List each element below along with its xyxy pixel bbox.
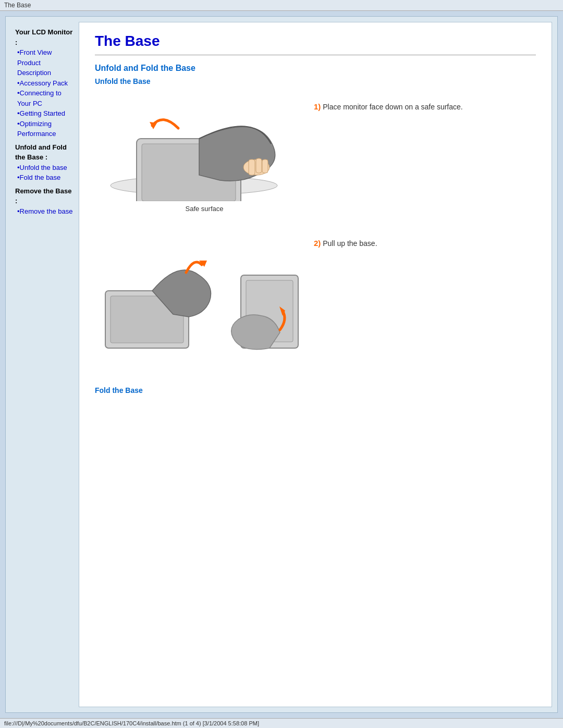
- step2-image-area: [95, 228, 314, 365]
- sidebar-link-connecting[interactable]: •Connecting to Your PC: [15, 88, 75, 108]
- page-title: The Base: [95, 33, 536, 50]
- svg-rect-7: [262, 159, 268, 173]
- sidebar-link-fold-base[interactable]: •Fold the base: [15, 172, 75, 183]
- sidebar-link-accessory[interactable]: •Accessory Pack: [15, 78, 75, 89]
- step2-text: 2) Pull up the base.: [314, 228, 536, 248]
- step1-block: Safe surface 1) Place monitor face down …: [95, 92, 536, 213]
- step2-description: Pull up the base.: [323, 239, 377, 248]
- sidebar-link-optimizing[interactable]: •Optimizing Performance: [15, 119, 75, 139]
- step1-number: 1): [314, 102, 321, 111]
- svg-rect-5: [249, 159, 255, 175]
- step1-description: Place monitor face down on a safe surfac…: [323, 103, 462, 111]
- monitor-unfold-illustration: [95, 228, 314, 364]
- main-content: The Base Unfold and Fold the Base Unfold…: [79, 22, 552, 707]
- step2-block: 2) Pull up the base.: [95, 228, 536, 365]
- sidebar: Your LCD Monitor : •Front View Product D…: [11, 22, 79, 707]
- svg-rect-6: [256, 158, 262, 173]
- section2-heading: Fold the Base: [95, 386, 536, 394]
- sidebar-remove-heading: Remove the Base :: [15, 186, 75, 206]
- section1-subheading: Unfold the Base: [95, 77, 536, 85]
- sidebar-unfold-heading: Unfold and Fold the Base :: [15, 142, 75, 163]
- title-bar: The Base: [0, 0, 563, 11]
- sidebar-link-front-view[interactable]: •Front View Product Description: [15, 47, 75, 78]
- sidebar-link-remove-base[interactable]: •Remove the base: [15, 206, 75, 217]
- sidebar-main-heading: Your LCD Monitor :: [15, 27, 75, 47]
- safe-surface-label: Safe surface: [95, 205, 314, 213]
- divider: [95, 55, 536, 55]
- step2-number: 2): [314, 239, 321, 248]
- monitor-facedown-illustration: [95, 92, 293, 201]
- sidebar-link-getting-started[interactable]: •Getting Started: [15, 108, 75, 119]
- svg-marker-3: [150, 122, 157, 129]
- title-bar-text: The Base: [4, 2, 31, 9]
- sidebar-link-unfold-base[interactable]: •Unfold the base: [15, 163, 75, 173]
- step1-image-area: Safe surface: [95, 92, 314, 213]
- section1-heading: Unfold and Fold the Base: [95, 64, 536, 73]
- status-bar-text: file:///D|/My%20documents/dfu/B2C/ENGLIS…: [4, 720, 259, 726]
- step1-text: 1) Place monitor face down on a safe sur…: [314, 92, 536, 111]
- status-bar: file:///D|/My%20documents/dfu/B2C/ENGLIS…: [0, 718, 563, 728]
